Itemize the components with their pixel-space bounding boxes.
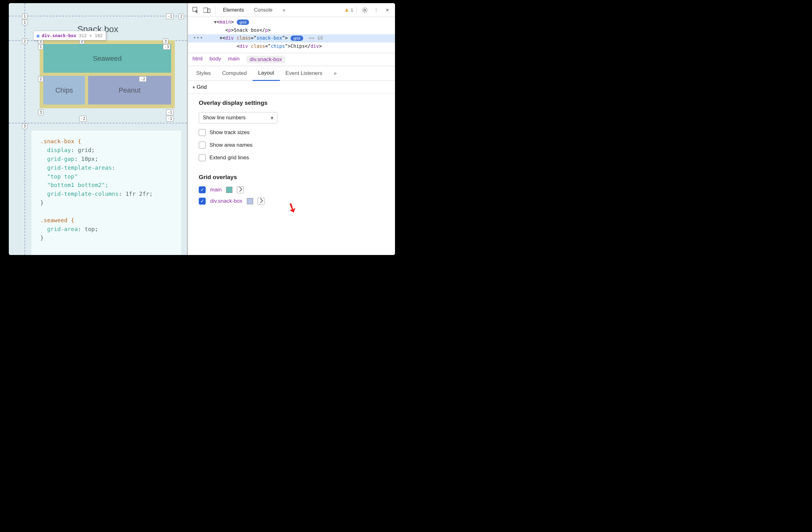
overlay-name-snackbox[interactable]: div.snack-box: [210, 198, 243, 204]
separator: [215, 6, 215, 14]
checkbox-overlay-main[interactable]: ✓: [199, 186, 206, 193]
grid-overlays-list: ✓ main ✓ div.snack-box ➘: [199, 186, 384, 205]
reveal-element-icon[interactable]: [237, 186, 244, 193]
grid-line-label: 1: [22, 19, 27, 25]
device-toolbar-icon[interactable]: [202, 5, 212, 15]
overlay-settings-title: Overlay display settings: [199, 99, 384, 107]
tab-console[interactable]: Console: [250, 3, 277, 17]
crumb-main[interactable]: main: [228, 56, 240, 63]
dom-tree[interactable]: ▼<main> grid <p>Snack box</p> ••• ▼<div …: [188, 17, 395, 53]
label-track-sizes: Show track sizes: [209, 129, 250, 136]
subtabs-overflow-icon[interactable]: »: [328, 67, 342, 80]
separator: [356, 6, 357, 14]
line-numbers-select[interactable]: Show line numbers: [199, 112, 277, 123]
devtools-toolbar: Elements Console » ▲ 1 ⋮ ✕: [188, 3, 395, 17]
svg-rect-1: [203, 8, 207, 13]
css-code-block: .snack-box { display: grid; grid-gap: 10…: [31, 131, 181, 255]
grid-cell-seaweed[interactable]: Seaweed: [43, 44, 171, 73]
grid-cell-chips[interactable]: Chips: [43, 76, 85, 104]
grid-line-label: 2: [22, 38, 27, 44]
tab-elements[interactable]: Elements: [219, 3, 248, 17]
checkbox-area-names[interactable]: [199, 142, 206, 149]
checkbox-extend-lines[interactable]: [199, 154, 206, 161]
crumb-snack-box[interactable]: div.snack-box: [247, 56, 285, 63]
extended-grid-line: [9, 123, 187, 123]
label-area-names: Show area names: [209, 142, 252, 148]
grid-line-label: 3: [38, 110, 43, 115]
warning-count: 1: [351, 8, 353, 13]
devtools-panel: Elements Console » ▲ 1 ⋮ ✕ ▼<main> grid …: [188, 3, 395, 255]
grid-badge[interactable]: grid: [237, 19, 249, 25]
grid-cell-peanut[interactable]: Peanut: [88, 76, 171, 104]
checkbox-track-sizes[interactable]: [199, 129, 206, 136]
snack-box-element[interactable]: Seaweed Chips Peanut: [40, 40, 175, 108]
tabs-overflow-icon[interactable]: »: [278, 3, 290, 17]
close-icon[interactable]: ✕: [382, 5, 392, 15]
grid-line-label: 2: [179, 14, 184, 19]
grid-badge[interactable]: grid: [291, 36, 303, 41]
subtab-event-listeners[interactable]: Event Listeners: [280, 67, 328, 80]
styles-subtabs: Styles Computed Layout Event Listeners »: [188, 66, 395, 81]
overlay-swatch-snackbox[interactable]: [247, 198, 253, 204]
devtools-window: Snack box 1 1 -1 2 2 3 Seaweed Chips Pea…: [9, 3, 395, 255]
label-extend-lines: Extend grid lines: [209, 155, 249, 161]
grid-section-header[interactable]: Grid: [188, 81, 395, 94]
overlay-swatch-main[interactable]: [226, 187, 232, 193]
grid-line-label: -1: [166, 110, 174, 115]
subtab-computed[interactable]: Computed: [216, 67, 252, 80]
crumb-html[interactable]: html: [192, 56, 203, 63]
crumb-body[interactable]: body: [209, 56, 221, 63]
subtab-styles[interactable]: Styles: [191, 67, 216, 80]
grid-line-label: 3: [22, 123, 27, 129]
layout-panel: Overlay display settings Show line numbe…: [188, 94, 395, 210]
grid-line-label: 3: [163, 38, 168, 44]
snack-box-grid: Seaweed Chips Peanut: [43, 44, 171, 104]
checkbox-overlay-snackbox[interactable]: ✓: [199, 198, 206, 205]
warning-icon: ▲: [344, 6, 349, 13]
grid-line-label: 1: [22, 14, 27, 19]
settings-icon[interactable]: [360, 5, 370, 15]
grid-line-label: -1: [166, 14, 174, 19]
grid-line-label: -3: [163, 44, 171, 50]
grid-overlays-title: Grid overlays: [199, 174, 384, 181]
kebab-menu-icon[interactable]: ⋮: [371, 5, 381, 15]
grid-line-label: 2: [38, 76, 43, 82]
breadcrumb: html body main div.snack-box: [188, 53, 395, 66]
grid-line-label: -2: [79, 116, 87, 122]
page-viewport: Snack box 1 1 -1 2 2 3 Seaweed Chips Pea…: [9, 3, 188, 255]
warnings-badge[interactable]: ▲ 1: [344, 6, 353, 13]
inspect-icon[interactable]: [191, 5, 201, 15]
grid-line-label: -1: [166, 116, 174, 122]
dom-actions-icon[interactable]: •••: [191, 34, 205, 42]
grid-icon: ▦: [37, 33, 39, 38]
annotation-arrow-icon: ➘: [284, 199, 300, 216]
subtab-layout[interactable]: Layout: [252, 66, 280, 81]
grid-line-label: 1: [38, 44, 43, 50]
grid-line-label: -2: [139, 76, 147, 82]
inspector-tooltip: ▦ div.snack-box 312 × 182: [33, 31, 106, 40]
overlay-name-main[interactable]: main: [210, 187, 222, 193]
svg-rect-2: [208, 9, 210, 13]
svg-point-3: [364, 9, 366, 11]
tooltip-selector: div.snack-box: [42, 33, 76, 38]
reveal-element-icon[interactable]: [258, 198, 264, 205]
extended-grid-line: [9, 16, 187, 16]
tooltip-dimensions: 312 × 182: [78, 33, 102, 38]
